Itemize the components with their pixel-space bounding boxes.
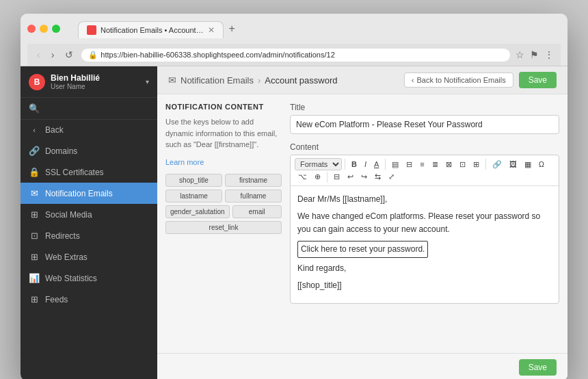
blockquote-button[interactable]: ⊡ [456, 159, 469, 170]
key-lastname[interactable]: lastname [165, 190, 222, 202]
browser-tabs: Notification Emails • Account… ✕ + [78, 19, 241, 38]
back-nav-button[interactable]: ‹ [34, 48, 43, 62]
list-ol-button[interactable]: ≣ [429, 159, 442, 170]
indent-button[interactable]: ⊟ [403, 159, 416, 170]
editor-line-4: Kind regards, [297, 262, 552, 275]
key-reset-link[interactable]: reset_link [165, 221, 282, 234]
code-button[interactable]: ⌥ [295, 171, 310, 183]
footer-save-button[interactable]: Save [519, 359, 557, 376]
sidebar-item-web-stats[interactable]: 📊 Web Statistics [21, 267, 157, 289]
key-fullname[interactable]: fullname [225, 190, 282, 202]
sidebar-label-feeds: Feeds [45, 295, 68, 304]
bookmark-icon[interactable]: ☆ [516, 49, 524, 60]
underline-button[interactable]: A [371, 159, 382, 170]
menu-icon[interactable]: ⋮ [544, 49, 554, 60]
back-arrow-icon: ‹ [29, 126, 40, 134]
key-email[interactable]: email [232, 205, 282, 218]
toolbar-separator-4 [327, 172, 328, 183]
browser-controls: Notification Emails • Account… ✕ + [27, 19, 561, 38]
maximize-btn[interactable] [52, 25, 60, 33]
sidebar-label-web-extras: Web Extras [45, 252, 88, 262]
header-actions: ‹ Back to Notification Emails Save [404, 72, 557, 88]
reload-button[interactable]: ↺ [62, 48, 76, 62]
title-field-group: Title [290, 103, 559, 134]
breadcrumb: ✉ Notification Emails › Account password [168, 75, 338, 86]
back-label: Back [45, 125, 64, 135]
social-icon: ⊞ [29, 209, 40, 220]
key-shop-title[interactable]: shop_title [165, 174, 222, 187]
right-panel: Title Content Formats B [290, 103, 559, 345]
title-input[interactable] [290, 115, 559, 134]
more-button[interactable]: ⊕ [311, 171, 324, 183]
undo-button[interactable]: ↩ [344, 171, 357, 183]
sidebar-item-ssl[interactable]: 🔒 SSL Certificates [21, 161, 157, 183]
italic-button[interactable]: I [361, 159, 370, 170]
key-gender-salutation[interactable]: gender_salutation [165, 205, 230, 218]
sidebar-user-info: Bien Habillié User Name [51, 73, 100, 90]
page-footer: Save [157, 353, 567, 379]
image-button[interactable]: 🖼 [506, 159, 520, 170]
close-btn[interactable] [27, 25, 36, 33]
link-button[interactable]: 🔗 [489, 159, 505, 170]
editor-line-3: Click here to reset your password. [297, 241, 552, 258]
sidebar-search[interactable]: 🔍 [21, 98, 157, 120]
tab-close-icon[interactable]: ✕ [208, 25, 215, 35]
sidebar-back-item[interactable]: ‹ Back [21, 120, 157, 140]
address-bar[interactable]: 🔒 https://bien-habillie-606338.shoplight… [81, 49, 510, 62]
sidebar-item-feeds[interactable]: ⊞ Feeds [21, 289, 157, 310]
tab-title: Notification Emails • Account… [101, 26, 204, 34]
main-content: ✉ Notification Emails › Account password… [157, 66, 567, 379]
header-save-button[interactable]: Save [519, 72, 557, 88]
panel-description: Use the keys below to add dynamic inform… [165, 116, 282, 151]
redo-button[interactable]: ↪ [358, 171, 371, 183]
media-button[interactable]: ▦ [521, 159, 535, 170]
sidebar-nav: ‹ Back 🔗 Domains 🔒 SSL Certificates ✉ No… [21, 120, 157, 379]
sidebar-item-domains[interactable]: 🔗 Domains [21, 140, 157, 161]
panel-title: NOTIFICATION CONTENT [165, 103, 282, 111]
ssl-icon: 🔒 [29, 167, 40, 177]
keys-row-4: reset_link [165, 221, 282, 234]
list-ul-button[interactable]: ≡ [416, 159, 427, 170]
search-button[interactable]: 🔍 [29, 103, 149, 114]
lock-icon: 🔒 [88, 51, 98, 60]
notifications-icon: ✉ [29, 188, 40, 198]
keys-grid: shop_title firstname lastname fullname g… [165, 174, 282, 234]
outdent-button[interactable]: ⊠ [442, 159, 455, 170]
print-button[interactable]: ⊟ [330, 171, 343, 183]
bold-button[interactable]: B [348, 159, 360, 170]
key-firstname[interactable]: firstname [225, 174, 282, 187]
minimize-btn[interactable] [40, 25, 48, 33]
user-role: User Name [51, 83, 100, 90]
learn-more-link[interactable]: Learn more [165, 158, 204, 166]
sidebar-item-social[interactable]: ⊞ Social Media [21, 204, 157, 225]
page-header: ✉ Notification Emails › Account password… [157, 66, 567, 94]
browser-action-icons: ☆ ⚑ ⋮ [516, 49, 554, 60]
align-button[interactable]: ▤ [388, 159, 402, 170]
back-to-notifications-button[interactable]: ‹ Back to Notification Emails [404, 73, 513, 88]
content-field-group: Content Formats B I A [290, 142, 559, 304]
formats-select[interactable]: Formats [295, 158, 342, 170]
shield-icon[interactable]: ⚑ [530, 49, 539, 60]
sidebar-item-redirects[interactable]: ⊡ Redirects [21, 225, 157, 246]
forward-nav-button[interactable]: › [49, 48, 57, 62]
editor-container: Formats B I A ▤ ⊟ ≡ ≣ [290, 155, 559, 304]
special-char-button[interactable]: Ω [535, 159, 548, 170]
sidebar-chevron-icon: ▾ [146, 78, 149, 86]
toolbar-separator-1 [345, 159, 345, 170]
sidebar: B Bien Habillié User Name ▾ 🔍 ‹ Back 🔗 [21, 66, 157, 379]
editor-content[interactable]: Dear Mr/Ms [[lastname]], We have changed… [291, 186, 559, 303]
source-button[interactable]: ⇆ [371, 171, 384, 183]
reset-link-text[interactable]: Click here to reset your password. [297, 241, 428, 258]
active-tab[interactable]: Notification Emails • Account… ✕ [78, 21, 224, 38]
editor-line-5: [[shop_title]] [297, 279, 552, 292]
new-tab-button[interactable]: + [224, 19, 241, 38]
tab-favicon [87, 25, 96, 35]
fullscreen-button[interactable]: ⤢ [385, 171, 398, 183]
toolbar-separator-2 [385, 159, 386, 170]
sidebar-header: B Bien Habillié User Name ▾ [21, 66, 157, 98]
sidebar-item-notifications[interactable]: ✉ Notification Emails [21, 183, 157, 204]
table-button[interactable]: ⊞ [470, 159, 483, 170]
sidebar-item-web-extras[interactable]: ⊞ Web Extras [21, 246, 157, 267]
page-body: NOTIFICATION CONTENT Use the keys below … [157, 94, 567, 353]
feeds-icon: ⊞ [29, 294, 40, 304]
